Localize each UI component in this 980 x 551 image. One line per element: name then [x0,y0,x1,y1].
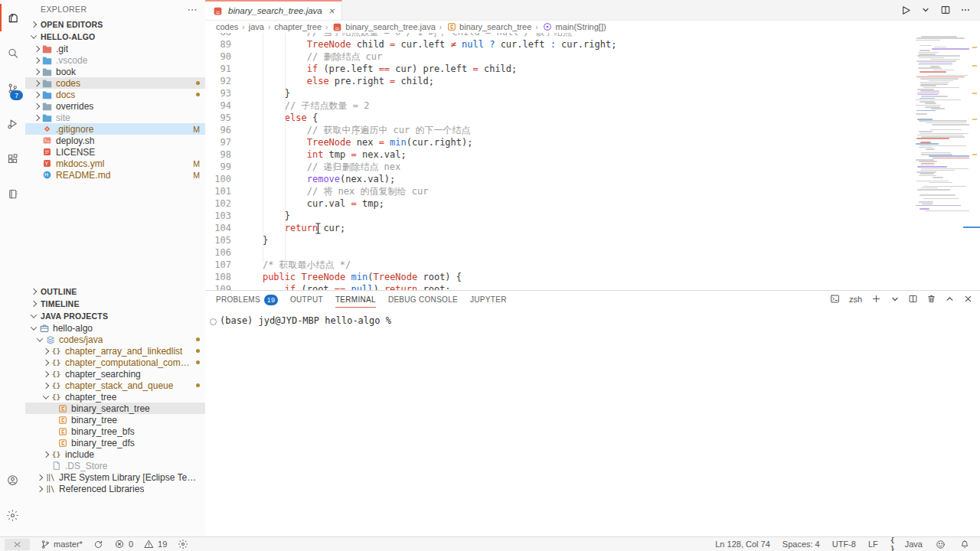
jp-item-chapter-searching[interactable]: {}chapter_searching [25,368,205,380]
status-cursor-position[interactable]: Ln 128, Col 74 [714,540,771,549]
section-open-editors[interactable]: OPEN EDITORS [25,18,205,31]
breadcrumb-item[interactable]: binary_search_tree [446,21,531,33]
tree-item--vscode[interactable]: .vscode [25,54,205,66]
tree-item-site[interactable]: site [25,112,205,123]
tree-item-deploy-sh[interactable]: deploy.sh [25,135,205,146]
status-sync[interactable] [92,539,105,550]
activity-notebook[interactable] [0,176,25,211]
jp-item-chapter-array-and-linkedlist[interactable]: {}chapter_array_and_linkedlist [25,345,205,357]
jp-item-jre-system-library-eclipse-temurin-17-17-[interactable]: JRE System Library [Eclipse Temurin 17 [… [25,471,205,483]
jp-item-chapter-computational-complexity[interactable]: {}chapter_computational_complexity [25,357,205,368]
minimap[interactable] [914,36,969,220]
jp-item-referenced-libraries[interactable]: Referenced Libraries [25,483,205,494]
more-actions-icon[interactable] [959,5,971,16]
jp-item-hello-algo[interactable]: hello-algo [25,322,205,334]
jp-item-binary-tree-dfs[interactable]: binary_tree_dfs [25,437,205,448]
status-errors[interactable]: 0 [113,539,134,550]
tab-binary-search-tree[interactable]: binary_search_tree.java ✕ [205,0,342,20]
panel-tab-debug-console[interactable]: DEBUG CONSOLE [388,291,458,308]
section-timeline[interactable]: TIMELINE [25,298,205,310]
run-dropdown-icon[interactable] [920,5,931,16]
tree-item-codes[interactable]: codes [25,77,205,89]
status-notifications[interactable] [958,539,971,550]
jp-item-include[interactable]: {}include [25,448,205,460]
code-line[interactable]: 89 TreeNode child = cur.left ≠ null ? cu… [205,38,980,51]
jp-item-chapter-tree[interactable]: {}chapter_tree [25,391,205,403]
breadcrumb-item[interactable]: codes [216,22,238,31]
command-decoration-icon[interactable] [210,318,217,325]
code-line[interactable]: 95 else { [205,112,980,124]
run-icon[interactable] [900,5,911,16]
code-line[interactable]: 96 // 获取中序遍历中 cur 的下一个结点 [205,124,980,136]
code-line[interactable]: 100 remove(nex.val); [205,173,980,185]
split-editor-icon[interactable] [939,5,951,16]
code-line[interactable]: 107 /* 获取最小结点 */ [205,259,980,271]
breadcrumb-item[interactable]: binary_search_tree.java [332,21,435,33]
terminal[interactable]: (base) jyd@JYD-MBP hello-algo % [205,308,980,538]
split-panel-icon[interactable] [907,293,919,305]
section-outline[interactable]: OUTLINE [25,285,205,298]
breadcrumb-item[interactable]: chapter_tree [274,22,322,31]
activity-search[interactable] [0,35,25,70]
panel-tab-terminal[interactable]: TERMINAL [335,291,376,308]
code-editor[interactable]: 88 // 当子结点数量 = 0 / 1 时， child = null / 该… [205,33,980,291]
section-hello-algo[interactable]: HELLO-ALGO [25,31,205,43]
section-java-projects[interactable]: JAVA PROJECTS [25,310,205,322]
jp-item-binary-tree-bfs[interactable]: binary_tree_bfs [25,425,205,437]
activity-extensions[interactable] [0,141,25,176]
code-line[interactable]: 97 TreeNode nex = min(cur.right); [205,136,980,148]
status-encoding[interactable]: UTF-8 [831,540,857,549]
breadcrumb-item[interactable]: java [249,22,264,31]
activity-settings[interactable] [0,497,25,533]
panel-tab-problems[interactable]: PROBLEMS19 [216,291,278,308]
code-line[interactable]: 90 // 删除结点 cur [205,51,980,63]
tree-item--gitignore[interactable]: .gitignoreM [25,123,205,135]
status-feedback[interactable] [934,539,947,550]
jp-item-binary-search-tree[interactable]: binary_search_tree [25,403,205,414]
tree-item-overrides[interactable]: overrides [25,100,205,112]
code-line[interactable]: 106 [205,246,980,259]
tree-item-docs[interactable]: docs [25,89,205,100]
code-line[interactable]: 93 } [205,87,980,99]
status-indentation[interactable]: Spaces: 4 [782,540,821,549]
panel-tab-jupyter[interactable]: JUPYTER [470,291,507,308]
activity-run-debug[interactable] [0,106,25,141]
breadcrumb-item[interactable]: main(String[]) [542,21,606,33]
code-line[interactable]: 98 int tmp = nex.val; [205,148,980,161]
tree-item--git[interactable]: .git [25,43,205,54]
code-line[interactable]: 101 // 将 nex 的值复制给 cur [205,185,980,197]
jp-item-binary-tree[interactable]: binary_tree [25,414,205,425]
panel-tab-output[interactable]: OUTPUT [290,291,323,308]
code-line[interactable]: 88 // 当子结点数量 = 0 / 1 时， child = null / 该… [205,33,980,38]
tree-item-book[interactable]: book [25,66,205,77]
activity-explorer[interactable] [0,0,25,35]
tree-item-license[interactable]: LICENSE [25,146,205,158]
activity-account[interactable] [0,462,25,497]
status-git-branch[interactable]: master* [38,539,83,550]
activity-source-control[interactable]: 7 [0,70,25,106]
jp-item-codes-java[interactable]: codes/java [25,334,205,345]
trash-icon[interactable] [926,293,937,305]
code-line[interactable]: 103 } [205,210,980,222]
code-line[interactable]: 94 // 子结点数量 = 2 [205,99,980,112]
status-remote-indicator[interactable] [5,539,30,550]
code-line[interactable]: 91 if (pre.left == cur) pre.left = child… [205,63,980,75]
close-icon[interactable] [962,293,974,305]
tab-close-icon[interactable]: ✕ [328,7,335,15]
chev-up-small-icon[interactable] [944,293,956,305]
status-warnings[interactable]: 19 [142,539,168,550]
chev-down-small-icon[interactable] [889,293,900,305]
jp-item-chapter-stack-and-queue[interactable]: {}chapter_stack_and_queue [25,380,205,391]
status-java-status[interactable] [176,539,189,550]
code-line[interactable]: 108 public TreeNode min(TreeNode root) { [205,271,980,283]
views-more-icon[interactable]: ⋯ [188,4,198,15]
code-line[interactable]: 102 cur.val = tmp; [205,197,980,210]
status-language-mode[interactable]: { }Java [890,539,923,550]
code-line[interactable]: 92 else pre.right = child; [205,75,980,87]
plus-icon[interactable] [871,293,882,305]
tree-item-mkdocs-yml[interactable]: mkdocs.ymlM [25,158,205,169]
tree-item-readme-md[interactable]: README.mdM [25,169,205,181]
status-eol[interactable]: LF [867,540,879,549]
code-line[interactable]: 105 } [205,234,980,246]
code-line[interactable]: 99 // 递归删除结点 nex [205,161,980,173]
